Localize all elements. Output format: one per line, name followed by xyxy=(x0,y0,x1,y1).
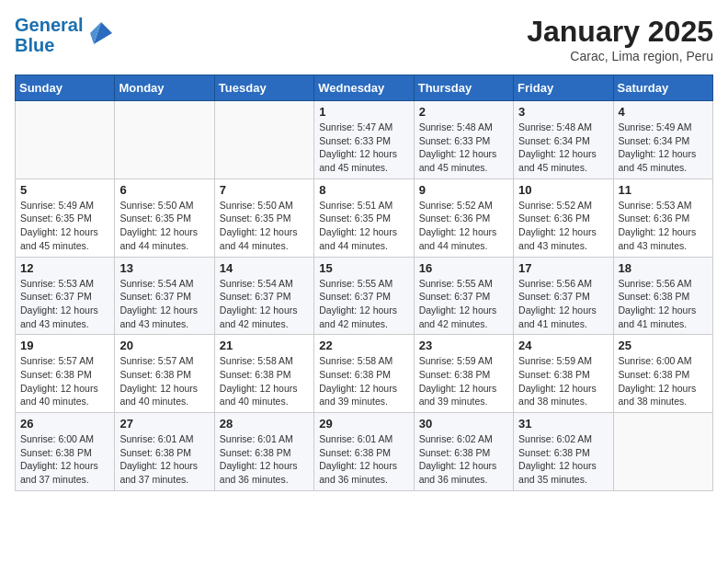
day-info: Sunrise: 5:47 AMSunset: 6:33 PMDaylight:… xyxy=(319,121,408,175)
day-number: 18 xyxy=(619,261,708,275)
day-number: 19 xyxy=(20,339,109,352)
day-number: 23 xyxy=(419,339,508,352)
day-info: Sunrise: 6:01 AMSunset: 6:38 PMDaylight:… xyxy=(119,432,209,487)
day-number: 24 xyxy=(518,339,608,352)
calendar-table: SundayMondayTuesdayWednesdayThursdayFrid… xyxy=(15,75,713,491)
calendar-day-cell: 1Sunrise: 5:47 AMSunset: 6:33 PMDaylight… xyxy=(314,101,414,179)
calendar-day-cell: 15Sunrise: 5:55 AMSunset: 6:37 PMDayligh… xyxy=(314,257,414,335)
logo: General Blue xyxy=(15,15,116,55)
calendar-week-row: 26Sunrise: 6:00 AMSunset: 6:38 PMDayligh… xyxy=(16,413,713,491)
title-block: January 2025 Carac, Lima region, Peru xyxy=(527,15,713,63)
calendar-week-row: 1Sunrise: 5:47 AMSunset: 6:33 PMDaylight… xyxy=(16,101,713,179)
day-number: 5 xyxy=(20,183,109,197)
weekday-header-cell: Tuesday xyxy=(214,75,313,101)
calendar-day-cell: 18Sunrise: 5:56 AMSunset: 6:38 PMDayligh… xyxy=(613,257,712,335)
day-info: Sunrise: 6:02 AMSunset: 6:38 PMDaylight:… xyxy=(419,432,508,487)
day-info: Sunrise: 6:02 AMSunset: 6:38 PMDaylight:… xyxy=(518,432,608,487)
calendar-day-cell: 28Sunrise: 6:01 AMSunset: 6:38 PMDayligh… xyxy=(214,413,313,491)
weekday-header-cell: Saturday xyxy=(613,75,712,101)
day-number: 28 xyxy=(220,417,309,431)
calendar-day-cell: 9Sunrise: 5:52 AMSunset: 6:36 PMDaylight… xyxy=(414,178,513,257)
day-number: 31 xyxy=(518,417,608,431)
calendar-day-cell: 3Sunrise: 5:48 AMSunset: 6:34 PMDaylight… xyxy=(514,101,613,179)
day-number: 22 xyxy=(319,339,408,352)
location: Carac, Lima region, Peru xyxy=(527,49,713,63)
day-number: 4 xyxy=(619,105,708,119)
day-number: 29 xyxy=(319,417,408,431)
calendar-day-cell: 13Sunrise: 5:54 AMSunset: 6:37 PMDayligh… xyxy=(115,257,214,335)
calendar-day-cell: 25Sunrise: 6:00 AMSunset: 6:38 PMDayligh… xyxy=(613,335,712,413)
day-number: 21 xyxy=(220,339,309,352)
day-info: Sunrise: 5:49 AMSunset: 6:34 PMDaylight:… xyxy=(619,121,708,175)
calendar-day-cell: 26Sunrise: 6:00 AMSunset: 6:38 PMDayligh… xyxy=(16,413,115,491)
calendar-day-cell: 31Sunrise: 6:02 AMSunset: 6:38 PMDayligh… xyxy=(514,413,613,491)
calendar-day-cell xyxy=(214,101,313,179)
day-info: Sunrise: 5:48 AMSunset: 6:34 PMDaylight:… xyxy=(518,121,608,175)
day-info: Sunrise: 5:59 AMSunset: 6:38 PMDaylight:… xyxy=(419,354,508,408)
weekday-header-cell: Friday xyxy=(514,75,613,101)
weekday-header-cell: Wednesday xyxy=(314,75,414,101)
day-info: Sunrise: 6:01 AMSunset: 6:38 PMDaylight:… xyxy=(220,432,309,487)
calendar-week-row: 19Sunrise: 5:57 AMSunset: 6:38 PMDayligh… xyxy=(16,335,713,413)
calendar-week-row: 12Sunrise: 5:53 AMSunset: 6:37 PMDayligh… xyxy=(16,257,713,335)
calendar-day-cell: 6Sunrise: 5:50 AMSunset: 6:35 PMDaylight… xyxy=(115,178,214,257)
day-number: 3 xyxy=(518,105,608,119)
page-header: General Blue January 2025 Carac, Lima re… xyxy=(15,15,713,63)
day-number: 27 xyxy=(119,417,209,431)
logo-icon xyxy=(86,18,116,48)
calendar-day-cell: 12Sunrise: 5:53 AMSunset: 6:37 PMDayligh… xyxy=(16,257,115,335)
logo-text: General xyxy=(15,15,83,35)
day-info: Sunrise: 5:49 AMSunset: 6:35 PMDaylight:… xyxy=(20,199,109,253)
day-info: Sunrise: 5:58 AMSunset: 6:38 PMDaylight:… xyxy=(319,354,408,408)
day-number: 11 xyxy=(619,183,708,197)
day-info: Sunrise: 5:50 AMSunset: 6:35 PMDaylight:… xyxy=(220,199,309,253)
day-info: Sunrise: 5:58 AMSunset: 6:38 PMDaylight:… xyxy=(220,354,309,408)
calendar-day-cell xyxy=(115,101,214,179)
day-info: Sunrise: 5:52 AMSunset: 6:36 PMDaylight:… xyxy=(518,199,608,253)
day-info: Sunrise: 5:55 AMSunset: 6:37 PMDaylight:… xyxy=(419,277,508,331)
day-info: Sunrise: 5:57 AMSunset: 6:38 PMDaylight:… xyxy=(20,354,109,408)
calendar-day-cell: 27Sunrise: 6:01 AMSunset: 6:38 PMDayligh… xyxy=(115,413,214,491)
calendar-day-cell: 29Sunrise: 6:01 AMSunset: 6:38 PMDayligh… xyxy=(314,413,414,491)
day-info: Sunrise: 5:56 AMSunset: 6:38 PMDaylight:… xyxy=(619,277,708,331)
calendar-day-cell: 4Sunrise: 5:49 AMSunset: 6:34 PMDaylight… xyxy=(613,101,712,179)
calendar-day-cell: 10Sunrise: 5:52 AMSunset: 6:36 PMDayligh… xyxy=(514,178,613,257)
day-number: 30 xyxy=(419,417,508,431)
day-info: Sunrise: 6:00 AMSunset: 6:38 PMDaylight:… xyxy=(20,432,109,487)
day-number: 10 xyxy=(518,183,608,197)
weekday-header-cell: Sunday xyxy=(16,75,115,101)
weekday-header-row: SundayMondayTuesdayWednesdayThursdayFrid… xyxy=(16,75,713,101)
calendar-day-cell: 20Sunrise: 5:57 AMSunset: 6:38 PMDayligh… xyxy=(115,335,214,413)
calendar-day-cell: 21Sunrise: 5:58 AMSunset: 6:38 PMDayligh… xyxy=(214,335,313,413)
calendar-day-cell: 2Sunrise: 5:48 AMSunset: 6:33 PMDaylight… xyxy=(414,101,513,179)
day-info: Sunrise: 5:51 AMSunset: 6:35 PMDaylight:… xyxy=(319,199,408,253)
calendar-day-cell: 30Sunrise: 6:02 AMSunset: 6:38 PMDayligh… xyxy=(414,413,513,491)
day-info: Sunrise: 5:59 AMSunset: 6:38 PMDaylight:… xyxy=(518,354,608,408)
day-number: 7 xyxy=(220,183,309,197)
day-info: Sunrise: 5:48 AMSunset: 6:33 PMDaylight:… xyxy=(419,121,508,175)
day-number: 16 xyxy=(419,261,508,275)
day-info: Sunrise: 5:55 AMSunset: 6:37 PMDaylight:… xyxy=(319,277,408,331)
calendar-day-cell: 11Sunrise: 5:53 AMSunset: 6:36 PMDayligh… xyxy=(613,178,712,257)
day-number: 25 xyxy=(619,339,708,352)
day-number: 12 xyxy=(20,261,109,275)
day-info: Sunrise: 6:01 AMSunset: 6:38 PMDaylight:… xyxy=(319,432,408,487)
day-info: Sunrise: 5:54 AMSunset: 6:37 PMDaylight:… xyxy=(119,277,209,331)
calendar-day-cell: 5Sunrise: 5:49 AMSunset: 6:35 PMDaylight… xyxy=(16,178,115,257)
logo-subtext: Blue xyxy=(15,35,83,55)
weekday-header-cell: Monday xyxy=(115,75,214,101)
calendar-day-cell: 7Sunrise: 5:50 AMSunset: 6:35 PMDaylight… xyxy=(214,178,313,257)
calendar-day-cell xyxy=(613,413,712,491)
day-info: Sunrise: 5:57 AMSunset: 6:38 PMDaylight:… xyxy=(119,354,209,408)
day-number: 26 xyxy=(20,417,109,431)
day-number: 8 xyxy=(319,183,408,197)
day-info: Sunrise: 5:54 AMSunset: 6:37 PMDaylight:… xyxy=(220,277,309,331)
day-number: 13 xyxy=(119,261,209,275)
day-info: Sunrise: 5:50 AMSunset: 6:35 PMDaylight:… xyxy=(119,199,209,253)
calendar-day-cell xyxy=(16,101,115,179)
day-number: 6 xyxy=(119,183,209,197)
day-info: Sunrise: 5:52 AMSunset: 6:36 PMDaylight:… xyxy=(419,199,508,253)
calendar-day-cell: 17Sunrise: 5:56 AMSunset: 6:37 PMDayligh… xyxy=(514,257,613,335)
day-number: 15 xyxy=(319,261,408,275)
calendar-body: 1Sunrise: 5:47 AMSunset: 6:33 PMDaylight… xyxy=(16,101,713,491)
